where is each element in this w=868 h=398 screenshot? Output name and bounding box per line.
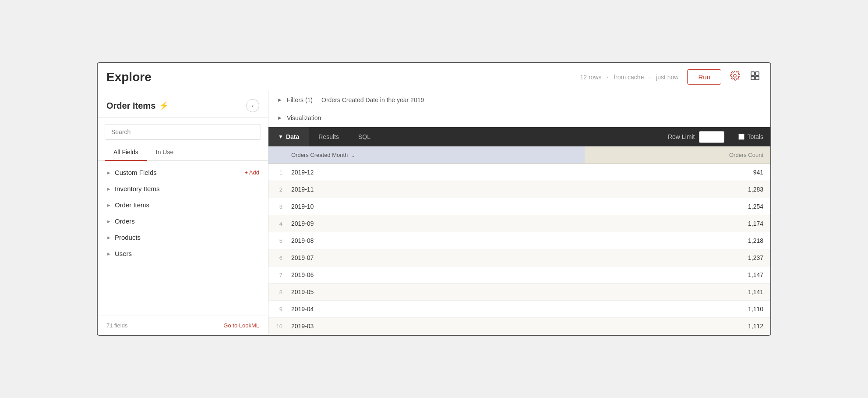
row-number: 5 [268,232,284,249]
row-number: 4 [268,215,284,232]
tab-results[interactable]: Results [309,127,349,146]
cell-month: 2019-07 [284,249,585,267]
sidebar-title-row: Order Items ⚡ [106,101,169,111]
row-number: 1 [268,164,284,181]
app-window: Explore 12 rows · from cache · just now … [97,62,771,336]
sidebar-header: Order Items ⚡ ‹ [98,91,268,118]
field-group-inventory-items[interactable]: ► Inventory Items [98,181,268,197]
cell-count: 1,174 [585,215,770,232]
table-row: 7 2019-06 1,147 [268,267,770,284]
data-table-wrap: Orders Created Month ⌄ Orders Count 1 20… [268,146,770,335]
dot2: · [649,74,651,81]
header-meta: 12 rows · from cache · just now [578,74,680,81]
row-number: 3 [268,198,284,215]
totals-label: Totals [747,133,763,140]
table-row: 8 2019-05 1,141 [268,284,770,301]
col-header-month[interactable]: Orders Created Month ⌄ [284,146,585,164]
table-row: 6 2019-07 1,237 [268,249,770,267]
cell-count: 1,147 [585,267,770,284]
chevron-left-icon: ‹ [252,103,254,109]
table-row: 2 2019-11 1,283 [268,181,770,198]
svg-rect-2 [751,76,755,80]
data-panel: ▼ Data Results SQL Row Limit [268,127,770,335]
totals-section: Totals [731,133,770,140]
field-group-orders[interactable]: ► Orders [98,213,268,229]
visualization-bar[interactable]: ► Visualization [268,109,770,127]
fields-count: 71 fields [106,322,127,329]
viz-expand-icon: ► [277,115,282,121]
table-row: 5 2019-08 1,218 [268,232,770,249]
row-limit-input[interactable] [699,131,724,143]
data-table: Orders Created Month ⌄ Orders Count 1 20… [268,146,770,335]
cell-month: 2019-12 [284,164,585,181]
row-number: 2 [268,181,284,198]
tab-sql[interactable]: SQL [349,127,380,146]
rows-count: 12 rows [580,74,601,81]
cell-month: 2019-09 [284,215,585,232]
row-num-header [268,146,284,164]
field-group-users[interactable]: ► Users [98,245,268,262]
dot1: · [607,74,608,81]
totals-checkbox[interactable] [738,134,745,140]
row-limit-section: Row Limit [661,131,731,143]
data-tab-label: Data [286,133,299,140]
tab-in-use[interactable]: In Use [147,144,182,161]
main-content: ► Filters (1) Orders Created Date in the… [268,91,770,335]
field-tabs: All Fields In Use [98,144,268,161]
table-row: 4 2019-09 1,174 [268,215,770,232]
sidebar: Order Items ⚡ ‹ All Fields In Use [98,91,268,335]
row-number: 7 [268,267,284,284]
row-number: 9 [268,301,284,318]
go-to-lookml-link[interactable]: Go to LookML [223,322,259,329]
filters-detail: Orders Created Date in the year 2019 [321,96,424,103]
table-row: 10 2019-03 1,112 [268,318,770,335]
filters-bar[interactable]: ► Filters (1) Orders Created Date in the… [268,91,770,109]
field-group-label: Inventory Items [115,185,160,192]
time-label: just now [656,74,678,81]
viz-label: Visualization [287,114,321,121]
svg-rect-1 [755,72,759,75]
lightning-icon: ⚡ [159,101,169,110]
chevron-right-icon: ► [106,203,111,208]
cell-month: 2019-10 [284,198,585,215]
table-row: 9 2019-04 1,110 [268,301,770,318]
cell-month: 2019-08 [284,232,585,249]
cell-count: 1,254 [585,198,770,215]
sidebar-footer: 71 fields Go to LookML [98,316,268,335]
row-number: 6 [268,249,284,267]
search-box [105,124,261,140]
run-button[interactable]: Run [687,69,721,85]
row-number: 8 [268,284,284,301]
field-group-order-items[interactable]: ► Order Items [98,197,268,213]
settings-icon[interactable] [728,69,741,85]
chevron-right-icon: ► [106,219,111,224]
row-limit-label: Row Limit [668,133,695,140]
collapse-sidebar-button[interactable]: ‹ [246,99,259,112]
search-input[interactable] [105,124,261,140]
cell-month: 2019-06 [284,267,585,284]
field-group-label: Users [115,250,132,257]
field-group-custom-fields[interactable]: ► Custom Fields + Add [98,164,268,181]
cell-month: 2019-03 [284,318,585,335]
field-group-label: Custom Fields [115,169,157,176]
grid-view-icon[interactable] [748,69,762,85]
field-group-products[interactable]: ► Products [98,229,268,245]
tab-all-fields[interactable]: All Fields [105,144,147,161]
field-list: ► Custom Fields + Add ► Inventory Items … [98,161,268,316]
cell-month: 2019-11 [284,181,585,198]
row-number: 10 [268,318,284,335]
table-row: 1 2019-12 941 [268,164,770,181]
page-title: Explore [106,70,152,84]
sidebar-title: Order Items [106,101,155,111]
col-header-count[interactable]: Orders Count [585,146,770,164]
data-tabs: ▼ Data Results SQL Row Limit [268,127,770,146]
cell-count: 1,237 [585,249,770,267]
cell-month: 2019-05 [284,284,585,301]
svg-rect-0 [751,72,755,75]
tab-data[interactable]: ▼ Data [268,127,309,146]
cell-count: 941 [585,164,770,181]
sql-tab-label: SQL [358,133,370,140]
cell-month: 2019-04 [284,301,585,318]
filters-expand-icon: ► [277,97,282,103]
add-custom-field-link[interactable]: + Add [244,169,259,176]
